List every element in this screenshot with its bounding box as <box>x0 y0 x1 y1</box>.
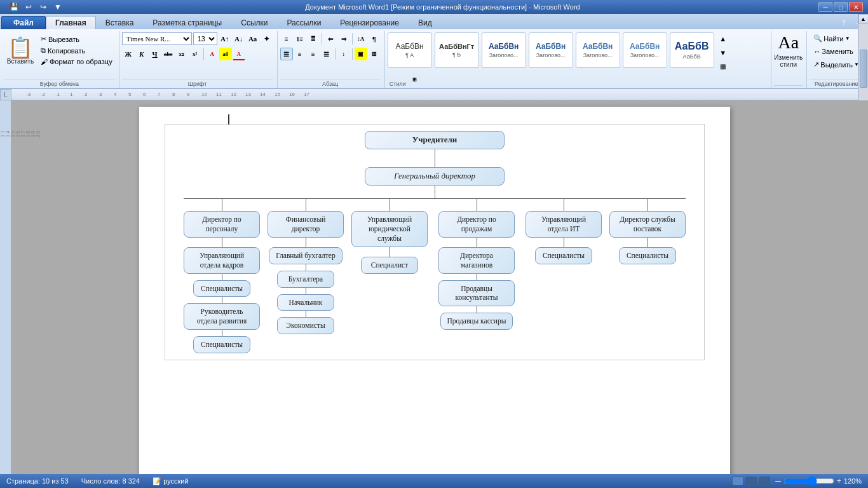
tab-view[interactable]: Вид <box>409 16 442 29</box>
change-styles-content: Aa Изменитьстили <box>774 32 803 85</box>
borders-btn[interactable]: ⊞ <box>368 48 381 60</box>
find-button[interactable]: 🔍 Найти ▼ <box>810 32 853 44</box>
justify-btn[interactable]: ☰ <box>320 48 333 60</box>
cut-button[interactable]: ✂ Вырезать <box>38 34 115 44</box>
view-normal-btn[interactable] <box>732 477 743 485</box>
line-spacing-btn[interactable]: ↕ <box>337 48 350 60</box>
show-marks-btn[interactable]: ¶ <box>368 32 381 45</box>
tab-review[interactable]: Рецензирование <box>330 16 409 29</box>
style-label-2: ¶ Б <box>452 51 461 58</box>
close-btn[interactable]: ✕ <box>849 2 863 12</box>
quick-access-toolbar: 💾 ↩ ↪ ▼ <box>5 0 67 15</box>
paste-icon: 📋 <box>8 37 33 58</box>
styles-down-btn[interactable]: ▼ <box>717 46 729 59</box>
change-case-btn[interactable]: Aa <box>247 32 259 45</box>
style-heading3[interactable]: АаБбВн Заголово... <box>576 32 620 68</box>
change-styles-icon[interactable]: Aa <box>778 32 799 53</box>
tab-mail[interactable]: Рассылки <box>277 16 330 29</box>
fill-color-btn[interactable]: ▣ <box>355 48 367 60</box>
zoom-slider[interactable] <box>783 478 834 484</box>
select-button[interactable]: ↗ Выделить ▼ <box>810 58 863 71</box>
zoom-out-btn[interactable]: ─ <box>775 477 781 485</box>
italic-btn[interactable]: К <box>135 48 148 60</box>
styles-content: АаБбВн ¶ А АаБбВнГт ¶ Б АаБбВн Заголово.… <box>388 32 729 73</box>
ceo-line-down <box>435 186 435 198</box>
clipboard-small-btns: ✂ Вырезать ⧉ Копировать 🖌 Формат по обра… <box>38 34 115 67</box>
view-read-btn[interactable] <box>759 477 770 485</box>
subscript-btn[interactable]: х₂ <box>175 48 188 60</box>
find-dropdown-icon: ▼ <box>845 36 850 41</box>
zoom-in-btn[interactable]: + <box>837 477 841 485</box>
tab-file[interactable]: Файл <box>1 16 46 29</box>
font-name-select[interactable]: Times New R... <box>122 32 192 45</box>
ribbon-help-btn[interactable]: ? <box>837 17 850 29</box>
text-effects-btn[interactable]: А <box>206 48 219 60</box>
style-aabv[interactable]: АаБбВ АаБбВ <box>670 32 714 68</box>
tab-layout[interactable]: Разметка страницы <box>143 16 231 29</box>
font-size-up-btn[interactable]: A↑ <box>219 32 231 45</box>
clear-format-btn[interactable]: ✦ <box>261 32 273 45</box>
scroll-thumb[interactable] <box>860 50 867 88</box>
font-color-btn[interactable]: А <box>233 48 245 60</box>
style-preview-5: АаБбВн <box>583 42 613 51</box>
strikethrough-btn[interactable]: аbc <box>162 48 175 60</box>
col-4: Директор по продажам Директора магазинов… <box>435 198 518 354</box>
copy-button[interactable]: ⧉ Копировать <box>38 45 115 56</box>
ruler-track: -3 -2 -1 1 2 3 4 5 6 7 8 9 10 11 12 13 1… <box>23 89 857 100</box>
multilevel-list-btn[interactable]: ≣ <box>307 32 320 45</box>
align-center-btn[interactable]: ≡ <box>294 48 306 60</box>
replace-button[interactable]: ↔ Заменить <box>810 46 857 57</box>
align-right-btn[interactable]: ≡ <box>307 48 320 60</box>
editing-content: 🔍 Найти ▼ ↔ Заменить ↗ Выделить ▼ <box>810 32 863 79</box>
bullets-btn[interactable]: ≡ <box>280 32 293 45</box>
style-no-spacing[interactable]: АаБбВнГт ¶ Б <box>435 32 479 68</box>
styles-expand-btn[interactable]: ⊞ <box>410 73 419 86</box>
style-normal[interactable]: АаБбВн ¶ А <box>388 32 432 68</box>
superscript-btn[interactable]: х² <box>189 48 201 60</box>
underline-btn[interactable]: Ч <box>149 48 161 60</box>
sort-btn[interactable]: ↕A <box>355 32 367 45</box>
font-content: Times New R... 13,5 A↑ A↓ Aa ✦ Ж К Ч аbc… <box>122 32 273 79</box>
tab-home[interactable]: Главная <box>46 16 96 29</box>
tab-refs[interactable]: Ссылки <box>231 16 277 29</box>
maximize-btn[interactable]: □ <box>834 2 848 12</box>
change-styles-label[interactable]: Изменитьстили <box>774 54 803 68</box>
change-styles-group-label <box>774 85 803 87</box>
font-size-select[interactable]: 13,5 <box>193 32 217 45</box>
paragraph-label: Абзац <box>280 79 381 87</box>
styles-up-btn[interactable]: ▲ <box>717 32 729 45</box>
zoom-percent: 120% <box>844 477 862 485</box>
word-count: Число слов: 8 324 <box>81 477 140 485</box>
style-heading1[interactable]: АаБбВн Заголово... <box>482 32 526 68</box>
minimize-btn[interactable]: ─ <box>818 2 832 12</box>
increase-indent-btn[interactable]: ⇒ <box>337 32 350 45</box>
format-painter-button[interactable]: 🖌 Формат по образцу <box>38 57 115 67</box>
scroll-up-btn[interactable]: ▲ <box>858 14 869 24</box>
col1-vline4 <box>222 297 222 303</box>
text-highlight-btn[interactable]: аб <box>219 48 232 60</box>
save-btn[interactable]: 💾 <box>8 1 20 13</box>
col-3: Управляющий юридической службы Специалис… <box>351 198 428 354</box>
undo-btn[interactable]: ↩ <box>22 1 35 13</box>
para-sep4 <box>352 48 353 60</box>
paste-button[interactable]: 📋 Вставить <box>4 32 37 69</box>
redo-btn[interactable]: ↪ <box>37 1 50 13</box>
org-node-spec1b: Специалисты <box>193 336 250 353</box>
style-heading4[interactable]: АаБбВн Заголово... <box>623 32 667 68</box>
ribbon-content: 📋 Вставить ✂ Вырезать ⧉ Копировать 🖌 Фор… <box>0 29 868 88</box>
customize-qat-btn[interactable]: ▼ <box>51 1 64 13</box>
style-heading2[interactable]: АаБбВн Заголово... <box>529 32 573 68</box>
align-left-btn[interactable]: ☰ <box>280 48 293 60</box>
col-6: Директор службы поставок Специалисты <box>609 198 686 354</box>
view-web-btn[interactable] <box>745 477 757 485</box>
decrease-indent-btn[interactable]: ⇐ <box>324 32 337 45</box>
col6-vline2 <box>648 238 648 247</box>
tab-insert[interactable]: Вставка <box>96 16 144 29</box>
col3-vline <box>390 198 390 211</box>
styles-more-btn[interactable]: ⊞ <box>717 60 729 73</box>
numbering-btn[interactable]: 1≡ <box>294 32 306 45</box>
ruler-corner[interactable]: L <box>0 89 11 100</box>
col4-vline2 <box>477 238 477 247</box>
bold-btn[interactable]: Ж <box>122 48 135 60</box>
font-size-down-btn[interactable]: A↓ <box>233 32 245 45</box>
